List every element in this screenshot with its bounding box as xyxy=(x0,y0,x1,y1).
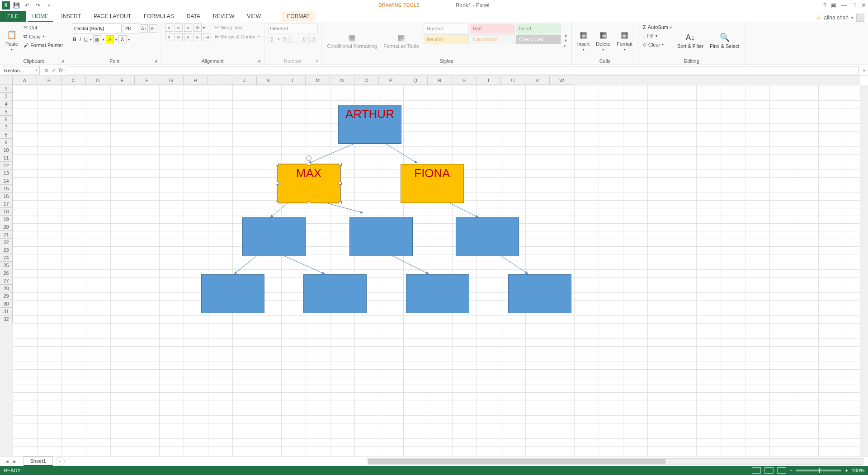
row-header-7[interactable]: 7 xyxy=(0,123,13,131)
name-box[interactable]: Rectan...▾ xyxy=(2,66,40,75)
row-header-20[interactable]: 20 xyxy=(0,223,13,231)
row-header-23[interactable]: 23 xyxy=(0,246,13,254)
row-header-4[interactable]: 4 xyxy=(0,100,13,108)
col-header-V[interactable]: V xyxy=(525,76,550,85)
style-normal[interactable]: Normal xyxy=(424,24,469,33)
align-bottom-button[interactable]: ≡ xyxy=(184,24,192,32)
tab-view[interactable]: VIEW xyxy=(241,11,267,22)
hscroll-thumb[interactable] xyxy=(368,459,665,464)
fill-button[interactable]: ↓Fill▾ xyxy=(642,32,673,39)
shape-level3-1[interactable] xyxy=(201,274,264,313)
col-header-R[interactable]: R xyxy=(428,76,452,85)
find-select-button[interactable]: 🔍Find & Select xyxy=(708,24,741,57)
col-header-G[interactable]: G xyxy=(159,76,184,85)
help-button[interactable]: ? xyxy=(823,2,826,9)
expand-formula-bar[interactable]: ▾ xyxy=(860,68,868,73)
row-header-22[interactable]: 22 xyxy=(0,239,13,246)
cut-button[interactable]: ✂Cut xyxy=(23,24,64,31)
align-top-button[interactable]: ≡ xyxy=(165,24,173,32)
style-calculation[interactable]: Calculation xyxy=(470,34,515,44)
orientation-button[interactable]: ⟳ xyxy=(193,24,202,32)
insert-cells-button[interactable]: ▦Insert▾ xyxy=(576,24,592,57)
shape-level3-3[interactable] xyxy=(406,274,469,313)
undo-button[interactable]: ↶ xyxy=(23,1,32,10)
col-header-Q[interactable]: Q xyxy=(403,76,428,85)
row-header-17[interactable]: 17 xyxy=(0,200,13,208)
col-header-W[interactable]: W xyxy=(550,76,574,85)
tab-page-layout[interactable]: PAGE LAYOUT xyxy=(87,11,137,22)
resize-handle-s[interactable] xyxy=(307,201,310,204)
formula-input[interactable] xyxy=(68,66,859,75)
style-good[interactable]: Good xyxy=(516,24,561,33)
conditional-formatting-button[interactable]: ▦ Conditional Formatting xyxy=(326,24,379,57)
decrease-decimal-button[interactable]: .0 xyxy=(309,35,317,43)
page-break-view-button[interactable] xyxy=(777,467,786,474)
row-header-3[interactable]: 3 xyxy=(0,93,13,100)
col-header-C[interactable]: C xyxy=(61,76,86,85)
number-format-select[interactable] xyxy=(268,24,318,33)
zoom-in-button[interactable]: + xyxy=(845,468,848,473)
horizontal-scrollbar[interactable] xyxy=(367,458,863,465)
save-button[interactable]: 💾 xyxy=(12,1,21,10)
merge-center-button[interactable]: ⊞Merge & Center▾ xyxy=(214,33,260,40)
minimize-button[interactable]: — xyxy=(841,2,847,9)
tab-insert[interactable]: INSERT xyxy=(55,11,87,22)
col-header-E[interactable]: E xyxy=(110,76,135,85)
shape-max[interactable]: MAX xyxy=(277,164,340,203)
font-name-select[interactable] xyxy=(72,24,122,33)
shrink-font-button[interactable]: A↓ xyxy=(149,24,157,33)
shape-fiona[interactable]: FIONA xyxy=(401,164,464,203)
row-header-32[interactable]: 32 xyxy=(0,315,13,323)
resize-handle-sw[interactable] xyxy=(276,201,279,204)
tab-review[interactable]: REVIEW xyxy=(207,11,241,22)
row-header-18[interactable]: 18 xyxy=(0,208,13,216)
row-header-12[interactable]: 12 xyxy=(0,162,13,169)
zoom-level[interactable]: 100% xyxy=(852,468,864,473)
sheet-tab-sheet1[interactable]: Sheet1 xyxy=(24,456,53,466)
col-header-B[interactable]: B xyxy=(37,76,61,85)
maximize-button[interactable]: ☐ xyxy=(851,2,857,9)
vertical-scrollbar[interactable] xyxy=(860,85,868,456)
zoom-out-button[interactable]: − xyxy=(790,468,793,473)
shape-level3-2[interactable] xyxy=(303,274,367,313)
delete-cells-button[interactable]: ▦Delete▾ xyxy=(594,24,612,57)
col-header-J[interactable]: J xyxy=(232,76,257,85)
paste-button[interactable]: 📋 Paste ▾ xyxy=(4,24,20,57)
cancel-formula-button[interactable]: ✕ xyxy=(44,67,49,74)
row-headers[interactable]: 2345678910111213141516171819202122232425… xyxy=(0,85,13,456)
qat-customize[interactable]: ▾ xyxy=(44,1,53,10)
sheet-nav-prev[interactable]: ◄ xyxy=(5,459,9,464)
dialog-launcher-icon[interactable]: ◢ xyxy=(61,58,64,63)
redo-button[interactable]: ↷ xyxy=(33,1,42,10)
increase-indent-button[interactable]: ⇥ xyxy=(203,33,211,41)
col-header-N[interactable]: N xyxy=(330,76,354,85)
col-header-S[interactable]: S xyxy=(452,76,476,85)
style-gallery-down[interactable]: ▼ xyxy=(564,38,568,43)
zoom-slider[interactable] xyxy=(796,470,841,471)
row-header-10[interactable]: 10 xyxy=(0,146,13,154)
row-header-21[interactable]: 21 xyxy=(0,231,13,239)
col-header-M[interactable]: M xyxy=(306,76,330,85)
shape-level2-1[interactable] xyxy=(242,217,306,256)
resize-handle-nw[interactable] xyxy=(276,163,279,166)
col-header-D[interactable]: D xyxy=(86,76,110,85)
sort-filter-button[interactable]: A↓Sort & Filter xyxy=(675,24,705,57)
column-headers[interactable]: ABCDEFGHIJKLMNOPQRSTUVW xyxy=(13,76,860,85)
row-header-27[interactable]: 27 xyxy=(0,277,13,285)
style-gallery-more[interactable]: ▾ xyxy=(564,44,568,48)
align-right-button[interactable]: ≡ xyxy=(184,33,192,41)
align-left-button[interactable]: ≡ xyxy=(165,33,173,41)
col-header-H[interactable]: H xyxy=(184,76,208,85)
shape-level3-4[interactable] xyxy=(508,274,571,313)
style-check-cell[interactable]: Check Cell xyxy=(516,34,561,44)
row-header-2[interactable]: 2 xyxy=(0,85,13,93)
dialog-launcher-icon[interactable]: ◢ xyxy=(154,58,157,63)
col-header-K[interactable]: K xyxy=(257,76,281,85)
rotation-handle[interactable] xyxy=(306,155,311,161)
enter-formula-button[interactable]: ✓ xyxy=(52,67,56,74)
row-header-30[interactable]: 30 xyxy=(0,300,13,308)
format-painter-button[interactable]: 🖌Format Painter xyxy=(23,42,64,49)
align-middle-button[interactable]: ≡ xyxy=(175,24,183,32)
resize-handle-n[interactable] xyxy=(307,163,310,166)
normal-view-button[interactable] xyxy=(752,467,761,474)
